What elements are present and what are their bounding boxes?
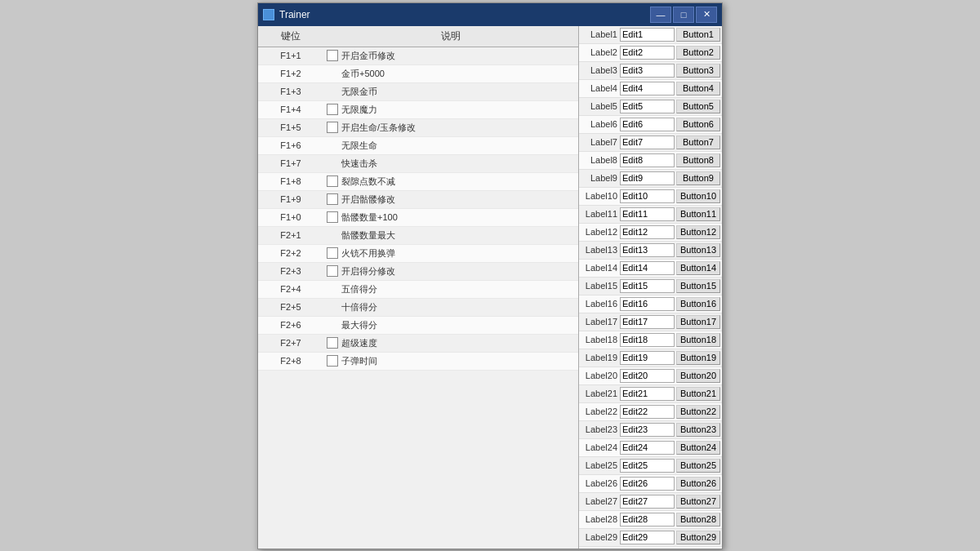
right-edit[interactable] bbox=[620, 405, 675, 419]
right-button[interactable]: Button19 bbox=[676, 351, 720, 365]
checkbox[interactable] bbox=[327, 104, 338, 115]
right-edit[interactable] bbox=[620, 369, 675, 383]
checkbox[interactable] bbox=[327, 50, 338, 61]
right-edit[interactable] bbox=[620, 136, 675, 149]
right-button[interactable]: Button7 bbox=[676, 136, 720, 149]
checkbox[interactable] bbox=[327, 122, 338, 133]
right-edit[interactable] bbox=[620, 171, 675, 185]
right-edit[interactable] bbox=[620, 82, 675, 96]
key-cell: F1+4 bbox=[258, 104, 323, 115]
right-button[interactable]: Button17 bbox=[676, 315, 720, 329]
checkbox[interactable] bbox=[327, 176, 338, 187]
right-button[interactable]: Button3 bbox=[676, 64, 720, 78]
minimize-button[interactable]: — bbox=[650, 7, 671, 23]
right-button[interactable]: Button9 bbox=[676, 171, 720, 185]
right-label: Label17 bbox=[581, 317, 620, 327]
right-button[interactable]: Button13 bbox=[676, 243, 720, 257]
right-edit[interactable] bbox=[620, 495, 675, 509]
checkbox[interactable] bbox=[327, 247, 338, 259]
right-button[interactable]: Button29 bbox=[676, 531, 720, 544]
right-button[interactable]: Button12 bbox=[676, 225, 720, 239]
left-row: F2+1骷髅数量最大 bbox=[258, 227, 578, 245]
right-button[interactable]: Button6 bbox=[676, 118, 720, 131]
right-edit[interactable] bbox=[620, 531, 675, 544]
right-edit[interactable] bbox=[620, 279, 675, 293]
left-row: F2+7超级速度 bbox=[258, 335, 578, 353]
right-edit[interactable] bbox=[620, 477, 675, 491]
checkbox[interactable] bbox=[327, 211, 338, 223]
right-button[interactable]: Button26 bbox=[676, 477, 720, 491]
right-edit[interactable] bbox=[620, 261, 675, 275]
right-edit[interactable] bbox=[620, 243, 675, 257]
right-button[interactable]: Button25 bbox=[676, 459, 720, 473]
right-edit[interactable] bbox=[620, 225, 675, 239]
right-button[interactable]: Button10 bbox=[676, 189, 720, 203]
right-row: Label28Button28 bbox=[579, 511, 722, 529]
checkbox[interactable] bbox=[327, 265, 338, 277]
right-row: Label16Button16 bbox=[579, 295, 722, 313]
checkbox[interactable] bbox=[327, 337, 338, 349]
key-cell: F1+7 bbox=[258, 158, 323, 169]
right-button[interactable]: Button24 bbox=[676, 441, 720, 455]
right-edit[interactable] bbox=[620, 513, 675, 527]
right-edit[interactable] bbox=[620, 189, 675, 203]
right-edit[interactable] bbox=[620, 297, 675, 311]
close-button[interactable]: ✕ bbox=[696, 7, 717, 23]
right-button[interactable]: Button2 bbox=[676, 46, 720, 60]
right-row: Label22Button22 bbox=[579, 403, 722, 421]
desc-cell: 开启得分修改 bbox=[323, 264, 578, 278]
checkbox[interactable] bbox=[327, 355, 338, 367]
right-button[interactable]: Button22 bbox=[676, 405, 720, 419]
right-button[interactable]: Button23 bbox=[676, 423, 720, 437]
key-cell: F2+7 bbox=[258, 337, 323, 349]
right-edit[interactable] bbox=[620, 153, 675, 167]
right-edit[interactable] bbox=[620, 207, 675, 221]
right-button[interactable]: Button20 bbox=[676, 369, 720, 383]
right-edit[interactable] bbox=[620, 64, 675, 78]
key-cell: F2+2 bbox=[258, 247, 323, 259]
desc-text: 裂隙点数不减 bbox=[341, 176, 395, 188]
right-edit[interactable] bbox=[620, 423, 675, 437]
right-edit[interactable] bbox=[620, 333, 675, 347]
left-row: F1+0骷髅数量+100 bbox=[258, 209, 578, 227]
right-edit[interactable] bbox=[620, 315, 675, 329]
right-edit[interactable] bbox=[620, 351, 675, 365]
desc-text: 开启骷髅修改 bbox=[341, 193, 395, 206]
right-button[interactable]: Button27 bbox=[676, 495, 720, 509]
desc-cell: 最大得分 bbox=[323, 318, 578, 332]
right-button[interactable]: Button16 bbox=[676, 297, 720, 311]
right-edit[interactable] bbox=[620, 46, 675, 60]
right-edit[interactable] bbox=[620, 100, 675, 113]
right-button[interactable]: Button5 bbox=[676, 100, 720, 113]
right-edit[interactable] bbox=[620, 118, 675, 131]
right-label: Label13 bbox=[581, 245, 620, 255]
right-label: Label7 bbox=[581, 137, 620, 147]
desc-cell: 骷髅数量最大 bbox=[323, 229, 578, 242]
checkbox[interactable] bbox=[327, 193, 338, 205]
right-button[interactable]: Button4 bbox=[676, 82, 720, 96]
right-row: Label6Button6 bbox=[579, 116, 722, 134]
maximize-button[interactable]: □ bbox=[673, 7, 694, 23]
right-edit[interactable] bbox=[620, 459, 675, 473]
right-button[interactable]: Button15 bbox=[676, 279, 720, 293]
right-label: Label20 bbox=[581, 371, 620, 380]
right-button[interactable]: Button8 bbox=[676, 153, 720, 167]
right-edit[interactable] bbox=[620, 28, 675, 42]
key-cell: F1+8 bbox=[258, 176, 323, 187]
right-row: Label18Button18 bbox=[579, 331, 722, 349]
left-row: F2+3开启得分修改 bbox=[258, 263, 578, 281]
right-button[interactable]: Button28 bbox=[676, 513, 720, 527]
right-edit[interactable] bbox=[620, 441, 675, 455]
right-label: Label5 bbox=[581, 101, 620, 111]
right-button[interactable]: Button1 bbox=[676, 28, 720, 42]
right-button[interactable]: Button14 bbox=[676, 261, 720, 275]
right-label: Label16 bbox=[581, 299, 620, 309]
right-button[interactable]: Button11 bbox=[676, 207, 720, 221]
right-edit[interactable] bbox=[620, 387, 675, 401]
left-row: F1+8裂隙点数不减 bbox=[258, 173, 578, 191]
right-row: Label21Button21 bbox=[579, 385, 722, 403]
right-button[interactable]: Button18 bbox=[676, 333, 720, 347]
right-button[interactable]: Button21 bbox=[676, 387, 720, 401]
left-row: F2+5十倍得分 bbox=[258, 299, 578, 317]
left-row: F1+7快速击杀 bbox=[258, 155, 578, 173]
